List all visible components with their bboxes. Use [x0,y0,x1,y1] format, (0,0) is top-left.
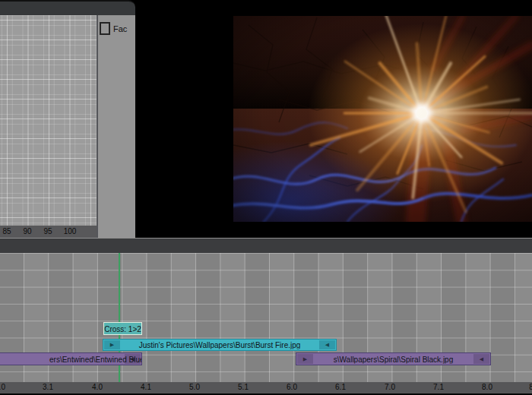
strip-label: Justin's Pictures\Wallpapers\Burst\Burst… [103,341,336,349]
timeline-axis-labels: 3.03.14.04.15.05.16.06.17.07.18.08 [0,382,532,393]
preview-window [135,0,532,238]
timeline-tick-label: 7.0 [385,383,395,391]
ipo-tick-label: 90 [23,227,31,235]
channel-checkbox-icon[interactable] [100,22,110,35]
ipo-window-header [0,0,135,15]
channel-label: Fac [113,24,127,33]
timeline-tick-label: 5.1 [238,383,249,391]
timeline-window-header [0,238,532,253]
timeline-tick-label: 3.1 [43,383,53,391]
strip-label: ers\Entwined\Entwined Blue.jpg [0,355,141,363]
strip-entwined-blue-image[interactable]: ◀ers\Entwined\Entwined Blue.jpg [0,352,142,365]
timeline-tick-label: 4.1 [141,383,151,391]
timeline-tick-label: 7.1 [433,383,444,391]
strip-label: Cross: 1>2 [104,324,141,333]
strip-label: s\Wallpapers\Spiral\Spiral Black.jpg [296,355,490,363]
ipo-channel-panel: Fac [98,15,135,238]
ipo-curve-grid[interactable] [0,15,97,226]
ipo-tick-label: 100 [64,227,77,235]
blender-vse-screen: 859095100 Fac [0,0,532,395]
timeline-tick-label: 6.0 [287,383,297,391]
timeline-tick-label: 6.1 [335,383,346,391]
ipo-channel-fac[interactable]: Fac [100,22,127,35]
strip-burst-fire-image[interactable]: ▶◀Justin's Pictures\Wallpapers\Burst\Bur… [103,339,337,351]
preview-image [233,16,532,222]
timeline-tick-label: 8 [529,383,532,391]
ipo-tick-label: 95 [43,227,52,235]
ipo-tick-label: 85 [2,227,11,235]
timeline-tick-label: 8.0 [482,383,492,391]
strip-cross-effect[interactable]: Cross: 1>2 [103,322,142,335]
ipo-axis-labels: 859095100 [0,226,97,238]
timeline-tick-label: 4.0 [92,383,103,391]
strip-spiral-black-image[interactable]: ▶◀s\Wallpapers\Spiral\Spiral Black.jpg [296,352,491,365]
timeline-tick-label: 5.0 [189,383,200,391]
sequencer-timeline: Cross: 1>2▶◀Justin's Pictures\Wallpapers… [0,253,532,395]
timeline-tick-label: 3.0 [0,383,5,391]
